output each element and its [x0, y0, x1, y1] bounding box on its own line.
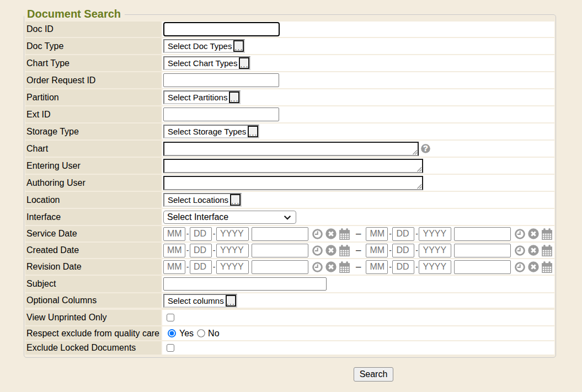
svg-text:?: ? — [423, 144, 428, 153]
